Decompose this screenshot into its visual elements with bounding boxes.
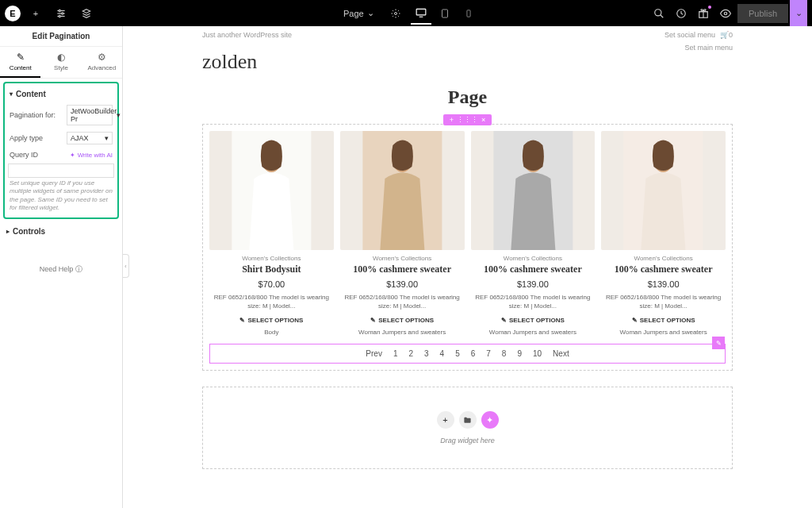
query-id-input[interactable] — [8, 164, 114, 178]
history-icon[interactable] — [671, 3, 691, 24]
pagination-8[interactable]: 8 — [502, 349, 507, 358]
pagination-3[interactable]: 3 — [424, 349, 429, 358]
sidebar-collapse-handle[interactable]: ‹ — [123, 254, 129, 278]
device-desktop-icon[interactable] — [411, 2, 431, 25]
cart-icon[interactable]: 🛒0 — [720, 31, 733, 39]
controls-title: Controls — [13, 227, 45, 236]
svg-point-5 — [59, 15, 60, 17]
product-image — [340, 131, 465, 250]
svg-rect-10 — [467, 10, 470, 16]
add-icon[interactable]: + — [450, 116, 454, 124]
content-accordion-header[interactable]: ▾ Content — [8, 87, 114, 102]
page-settings-icon[interactable] — [385, 3, 406, 24]
product-category: Woman Jumpers and sweaters — [489, 329, 576, 336]
close-icon[interactable]: × — [481, 116, 485, 124]
ai-icon[interactable]: ✦ — [481, 411, 499, 429]
chevron-down-icon: ▾ — [105, 134, 109, 142]
pagination-prev[interactable]: Prev — [366, 349, 382, 358]
query-id-label: Query ID — [10, 151, 38, 159]
pagination-9[interactable]: 9 — [517, 349, 522, 358]
product-title: Shirt Bodysuit — [242, 264, 301, 275]
apply-type-select[interactable]: AJAX ▾ — [67, 132, 113, 144]
tab-content-label: Content — [10, 64, 32, 71]
product-price: $139.00 — [386, 279, 418, 289]
product-collection: Women's Collections — [373, 255, 431, 262]
page-dropdown[interactable]: Page ⌄ — [337, 8, 381, 18]
gear-icon: ⚙ — [98, 52, 106, 63]
tab-advanced-label: Advanced — [88, 64, 117, 71]
main-menu-link[interactable]: Set main menu — [684, 44, 733, 52]
chevron-down-icon: ▾ — [117, 111, 121, 119]
pagination-6[interactable]: 6 — [471, 349, 476, 358]
pagination-widget: ✎ Prev 1 2 3 4 5 6 7 8 9 10 Next — [209, 344, 726, 364]
tab-advanced[interactable]: ⚙ Advanced — [82, 47, 122, 78]
title-row: zolden Set main menu — [202, 44, 733, 80]
dropzone[interactable]: + ✦ Drag widget here — [202, 387, 733, 469]
product-card[interactable]: Women's Collections Shirt Bodysuit $70.0… — [209, 131, 334, 336]
product-image — [209, 131, 334, 250]
add-element-icon[interactable]: + — [25, 3, 46, 24]
apply-type-value: AJAX — [71, 134, 89, 142]
search-icon[interactable] — [649, 3, 669, 24]
pagination-for-select[interactable]: JetWooBuilder Pr ▾ — [67, 105, 113, 125]
product-collection: Women's Collections — [634, 255, 692, 262]
pencil-icon[interactable]: ✎ — [712, 337, 725, 349]
folder-icon[interactable] — [459, 411, 477, 429]
need-help-link[interactable]: Need Help ⓘ — [0, 264, 122, 275]
select-options-button[interactable]: ✎ SELECT OPTIONS — [501, 317, 565, 324]
topbar-right: Publish ⌄ — [649, 0, 807, 26]
products-container: Women's Collections Shirt Bodysuit $70.0… — [202, 124, 733, 371]
tab-style[interactable]: ◐ Style — [40, 47, 81, 78]
pencil-icon: ✎ — [501, 317, 507, 324]
pagination-2[interactable]: 2 — [408, 349, 413, 358]
svg-point-3 — [62, 12, 63, 13]
select-options-button[interactable]: ✎ SELECT OPTIONS — [370, 317, 434, 324]
apply-type-row: Apply type AJAX ▾ — [8, 129, 114, 148]
pagination-7[interactable]: 7 — [486, 349, 491, 358]
select-options-button[interactable]: ✎ SELECT OPTIONS — [632, 317, 695, 324]
svg-rect-9 — [442, 10, 447, 17]
pagination-4[interactable]: 4 — [440, 349, 445, 358]
style-icon: ◐ — [57, 52, 65, 63]
social-menu-link[interactable]: Set social menu — [665, 31, 715, 39]
write-with-ai-link[interactable]: ✦ Write with AI — [70, 152, 113, 159]
main: Edit Pagination ✎ Content ◐ Style ⚙ Adva… — [0, 26, 812, 508]
need-help-label: Need Help — [40, 265, 74, 273]
product-title: 100% cashmere sweater — [484, 264, 582, 275]
drag-icon[interactable]: ⋮⋮⋮ — [457, 116, 478, 124]
add-icon[interactable]: + — [437, 411, 454, 429]
pagination-for-row: Pagination for: JetWooBuilder Pr ▾ — [8, 102, 114, 129]
apply-type-label: Apply type — [10, 134, 43, 142]
page-dropdown-label: Page — [343, 9, 364, 18]
preview-icon[interactable] — [715, 3, 736, 24]
product-description: REF 0652/168/800 The model is wearing si… — [209, 294, 334, 310]
elementor-logo-icon[interactable]: E — [5, 6, 21, 21]
structure-icon[interactable] — [76, 3, 97, 24]
pagination-10[interactable]: 10 — [533, 349, 542, 358]
device-mobile-icon[interactable] — [458, 2, 479, 25]
svg-line-12 — [661, 14, 664, 17]
tab-content[interactable]: ✎ Content — [0, 47, 40, 78]
chevron-down-icon[interactable]: ⌄ — [790, 0, 807, 26]
gift-icon[interactable] — [693, 3, 714, 24]
pencil-icon: ✎ — [17, 52, 25, 63]
pagination-next[interactable]: Next — [553, 349, 569, 358]
pagination-1[interactable]: 1 — [393, 349, 398, 358]
svg-point-6 — [394, 12, 396, 14]
product-image — [601, 131, 726, 250]
product-card[interactable]: Women's Collections 100% cashmere sweate… — [340, 131, 465, 336]
select-options-button[interactable]: ✎ SELECT OPTIONS — [239, 317, 303, 324]
section-controls: + ⋮⋮⋮ × — [443, 114, 492, 125]
publish-button[interactable]: Publish — [737, 4, 788, 23]
pagination-5[interactable]: 5 — [455, 349, 460, 358]
settings-icon[interactable] — [51, 3, 71, 24]
svg-point-16 — [724, 12, 727, 15]
pencil-icon: ✎ — [239, 317, 245, 324]
product-card[interactable]: Women's Collections 100% cashmere sweate… — [601, 131, 726, 336]
product-title: 100% cashmere sweater — [353, 264, 451, 275]
controls-accordion-header[interactable]: ▸ Controls — [0, 222, 122, 241]
product-card[interactable]: Women's Collections 100% cashmere sweate… — [471, 131, 596, 336]
device-tablet-icon[interactable] — [435, 2, 455, 25]
site-title: zolden — [202, 44, 257, 80]
sidebar-title: Edit Pagination — [0, 26, 122, 47]
